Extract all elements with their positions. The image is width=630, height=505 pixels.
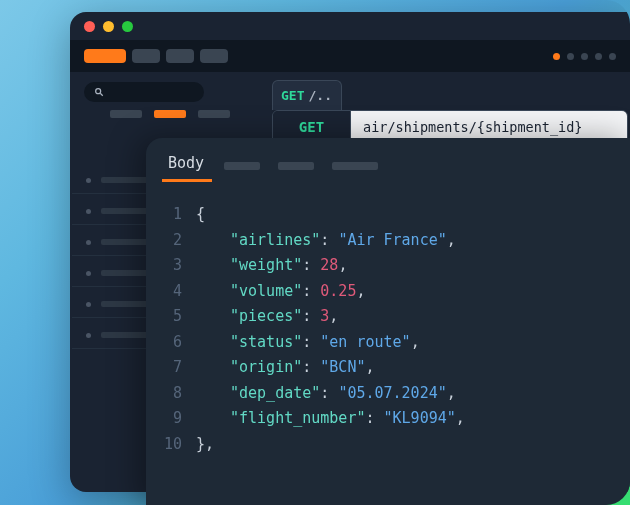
bullet-icon: [86, 178, 91, 183]
bullet-icon: [86, 209, 91, 214]
response-panel: Body 12345678910 {"airlines": "Air Franc…: [146, 138, 630, 505]
maximize-icon[interactable]: [122, 21, 133, 32]
response-body-viewer[interactable]: 12345678910 {"airlines": "Air France","w…: [146, 182, 630, 477]
indicator-dot: [609, 53, 616, 60]
minimize-icon[interactable]: [103, 21, 114, 32]
indicator-dot: [567, 53, 574, 60]
indicator-dot: [595, 53, 602, 60]
bullet-icon: [86, 302, 91, 307]
toolbar-tab[interactable]: [200, 49, 228, 63]
line-gutter: 12345678910: [146, 202, 196, 457]
tab-body[interactable]: Body: [166, 148, 206, 182]
titlebar: [70, 12, 630, 40]
toolbar-tab[interactable]: [132, 49, 160, 63]
code-content: {"airlines": "Air France","weight": 28,"…: [196, 202, 630, 457]
sidebar-tab-active[interactable]: [154, 110, 186, 118]
toolbar-tab[interactable]: [166, 49, 194, 63]
tab-truncation: /..: [308, 88, 331, 103]
bullet-icon: [86, 271, 91, 276]
toolbar-tab-active[interactable]: [84, 49, 126, 63]
panel-tab-placeholder[interactable]: [224, 162, 260, 170]
indicator-dot: [581, 53, 588, 60]
toolbar: [70, 40, 630, 72]
search-icon: [94, 87, 104, 97]
bullet-icon: [86, 333, 91, 338]
status-indicators: [553, 53, 616, 60]
sidebar-tab[interactable]: [198, 110, 230, 118]
sidebar-tab[interactable]: [110, 110, 142, 118]
request-tab[interactable]: GET/..: [272, 80, 342, 110]
svg-point-0: [96, 89, 101, 94]
panel-tab-placeholder[interactable]: [278, 162, 314, 170]
svg-line-1: [100, 93, 103, 96]
indicator-dot: [553, 53, 560, 60]
method-label: GET: [281, 88, 304, 103]
close-icon[interactable]: [84, 21, 95, 32]
panel-tab-placeholder[interactable]: [332, 162, 378, 170]
panel-tabs: Body: [146, 138, 630, 182]
search-input[interactable]: [84, 82, 204, 102]
bullet-icon: [86, 240, 91, 245]
